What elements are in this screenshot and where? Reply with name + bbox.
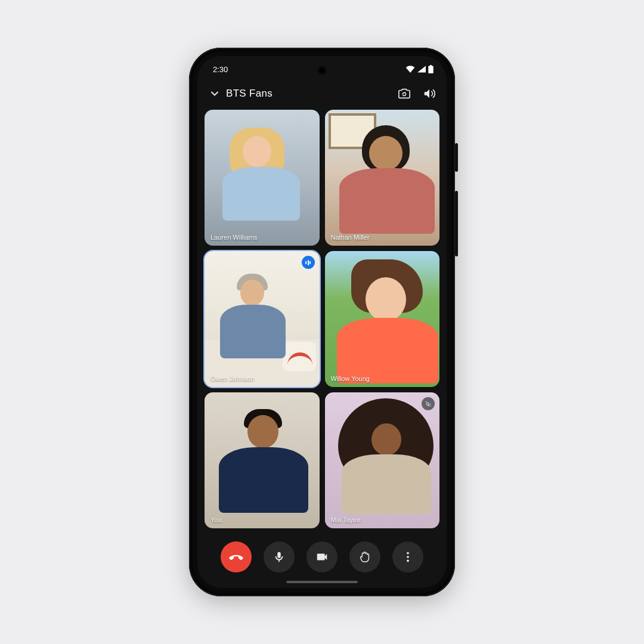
more-options-button[interactable] <box>392 541 423 572</box>
battery-icon <box>428 65 434 73</box>
call-controls <box>197 528 447 588</box>
volume-button <box>455 191 458 256</box>
end-call-icon <box>228 549 244 565</box>
mic-button[interactable] <box>264 541 295 572</box>
status-indicators <box>405 65 434 73</box>
wifi-icon <box>405 66 415 73</box>
camera-switch-icon <box>398 87 411 100</box>
call-title: BTS Fans <box>224 88 398 100</box>
signal-icon <box>417 66 426 73</box>
end-call-button[interactable] <box>221 541 252 572</box>
power-button <box>455 143 458 172</box>
participant-tile-self[interactable]: You <box>205 392 320 528</box>
participant-tile[interactable]: Lauren Williams <box>205 110 320 246</box>
speaker-icon <box>423 87 436 100</box>
camera-hole <box>317 66 327 75</box>
svg-point-1 <box>407 556 409 558</box>
participant-grid: Lauren Williams Nathan Miller Owen Johns… <box>197 110 447 528</box>
home-indicator[interactable] <box>286 581 358 583</box>
status-time: 2:30 <box>213 65 228 74</box>
participant-name: Lauren Williams <box>210 234 257 241</box>
call-header: BTS Fans <box>197 82 447 110</box>
svg-point-0 <box>407 552 409 555</box>
raise-hand-icon <box>358 550 371 564</box>
raise-hand-button[interactable] <box>349 541 380 572</box>
camera-button[interactable] <box>306 541 338 572</box>
participant-tile[interactable]: Owen Johnson <box>205 251 320 387</box>
participant-name: Willow Young <box>331 375 370 382</box>
speaker-button[interactable] <box>423 87 436 100</box>
participant-tile[interactable]: Mia Taylor <box>325 392 440 528</box>
participant-name: Mia Taylor <box>331 516 361 524</box>
participant-tile[interactable]: Willow Young <box>325 251 440 387</box>
participant-tile[interactable]: Nathan Miller <box>325 110 440 246</box>
participant-name: Nathan Miller <box>331 234 370 241</box>
camera-icon <box>315 550 329 564</box>
switch-camera-button[interactable] <box>398 87 411 100</box>
phone-frame: 2:30 BTS Fans <box>189 48 455 596</box>
mic-icon <box>273 550 286 564</box>
participant-name: Owen Johnson <box>210 375 254 382</box>
muted-indicator-icon <box>422 397 435 410</box>
speaking-indicator-icon <box>302 256 315 269</box>
participant-name: You <box>210 516 222 524</box>
screen: 2:30 BTS Fans <box>197 56 447 588</box>
more-vertical-icon <box>401 550 414 564</box>
svg-point-2 <box>407 560 409 562</box>
collapse-button[interactable] <box>206 88 224 100</box>
chevron-down-icon <box>209 88 221 100</box>
